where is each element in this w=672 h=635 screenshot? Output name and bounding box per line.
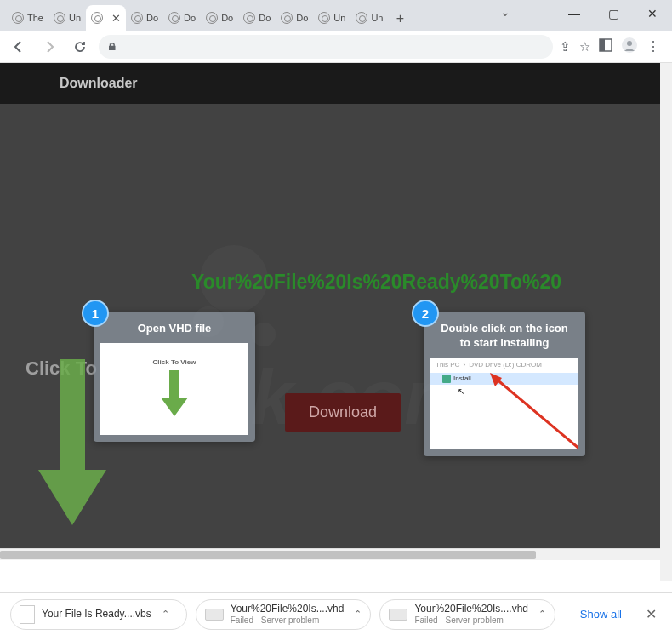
download-item[interactable]: Your%20File%20Is....vhdFailed - Server p… [196, 599, 372, 630]
cursor-icon: ↖ [458, 386, 464, 396]
chevron-up-icon[interactable]: ⌃ [162, 609, 169, 620]
bookmark-icon[interactable]: ☆ [579, 39, 590, 54]
disk-icon [205, 609, 224, 621]
step-badge: 1 [82, 300, 109, 327]
close-downloads-icon[interactable]: ✕ [641, 606, 662, 622]
downloads-bar: Your File Is Ready....vbs ⌃ Your%20File%… [0, 592, 672, 635]
tab[interactable]: Do [276, 5, 313, 31]
globe-icon [12, 12, 24, 24]
tab[interactable]: The [7, 5, 48, 31]
step-card-2: 2 Double click on the icon to start inst… [424, 312, 585, 456]
globe-icon [206, 12, 218, 24]
globe-icon [318, 12, 330, 24]
download-item[interactable]: Your File Is Ready....vbs ⌃ [10, 599, 187, 630]
menu-icon[interactable]: ⋮ [646, 38, 660, 54]
tab[interactable]: Un [350, 5, 388, 31]
vertical-scrollbar[interactable] [660, 63, 672, 581]
step-thumbnail: This PC›DVD Drive (D:) CDROM Install ↖ [430, 358, 578, 449]
file-icon [20, 605, 35, 624]
step-title: Double click on the icon to start instal… [430, 318, 578, 358]
globe-icon [281, 12, 293, 24]
page-title: Downloader [0, 63, 672, 104]
step-title: Open VHD file [100, 318, 248, 343]
svg-marker-9 [490, 373, 502, 386]
svg-rect-1 [600, 39, 605, 51]
browser-toolbar: 🔒︎ ⇪ ☆ ⋮ [0, 31, 672, 63]
globe-icon [243, 12, 255, 24]
show-all-button[interactable]: Show all [570, 603, 632, 626]
download-item[interactable]: Your%20File%20Is....vhdFailed - Server p… [379, 599, 555, 630]
scrollbar-thumb[interactable] [0, 551, 536, 559]
breadcrumb: This PC›DVD Drive (D:) CDROM [434, 361, 544, 369]
reload-button[interactable] [68, 35, 92, 59]
disk-icon [389, 609, 407, 621]
forward-button[interactable] [37, 35, 61, 59]
tab[interactable]: Do [201, 5, 238, 31]
svg-point-3 [627, 41, 632, 46]
globe-icon [131, 12, 143, 24]
step-card-1: 1 Open VHD file Click To View [94, 312, 255, 442]
chevron-up-icon[interactable]: ⌃ [538, 609, 546, 620]
page-content: Downloader sk.com Your%20File%20Is%20Rea… [0, 63, 672, 560]
horizontal-scrollbar[interactable]: ▸ [0, 548, 672, 560]
tab[interactable]: Un [48, 5, 86, 31]
installer-icon [442, 375, 451, 383]
maximize-button[interactable]: ▢ [594, 0, 633, 27]
tab[interactable]: Do [126, 5, 163, 31]
tab[interactable]: Un [313, 5, 350, 31]
address-bar[interactable]: 🔒︎ [99, 35, 553, 59]
close-tab-icon[interactable]: ✕ [111, 12, 121, 25]
tab[interactable]: Do [163, 5, 201, 31]
globe-icon [168, 12, 180, 24]
svg-line-8 [495, 378, 578, 449]
share-icon[interactable]: ⇪ [560, 39, 571, 54]
profile-icon[interactable] [621, 37, 638, 57]
globe-icon [54, 12, 65, 24]
close-window-button[interactable]: ✕ [633, 0, 672, 27]
tab-active[interactable]: ✕ [86, 5, 126, 31]
globe-icon [91, 12, 103, 24]
side-panel-icon[interactable] [599, 38, 612, 55]
step-thumbnail: Click To View [100, 343, 248, 435]
tab-overflow-chevron[interactable]: ⌄ [500, 5, 510, 19]
down-arrow-icon [159, 370, 190, 421]
tab[interactable]: Do [238, 5, 276, 31]
download-button[interactable]: Download [285, 393, 401, 432]
globe-icon [356, 12, 367, 24]
main-heading: Your%20File%20Is%20Ready%20To%20 [191, 271, 561, 294]
lock-icon: 🔒︎ [107, 41, 117, 53]
new-tab-button[interactable]: + [388, 7, 412, 31]
step-badge: 2 [412, 300, 439, 327]
minimize-button[interactable]: — [555, 0, 594, 27]
svg-point-6 [252, 323, 276, 346]
back-button[interactable] [7, 35, 31, 59]
chevron-up-icon[interactable]: ⌃ [354, 609, 362, 620]
